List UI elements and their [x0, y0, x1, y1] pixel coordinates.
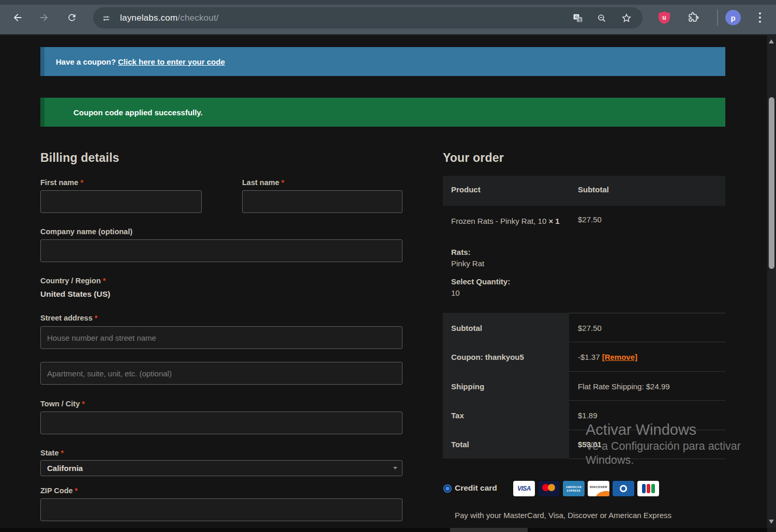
subtotal-column-header: Subtotal	[578, 185, 609, 194]
reload-button[interactable]	[65, 11, 79, 24]
tune-icon	[102, 14, 111, 23]
remove-coupon-link[interactable]: [Remove]	[602, 353, 637, 361]
jcb-card-icon	[637, 481, 659, 496]
credit-card-radio[interactable]	[443, 484, 452, 493]
row-divider	[569, 430, 725, 430]
svg-text:文: 文	[578, 18, 582, 22]
radio-dot	[445, 487, 450, 491]
horizontal-scrollbar-thumb[interactable]	[450, 528, 528, 532]
forward-button[interactable]	[37, 11, 51, 24]
required-asterisk: *	[103, 277, 106, 285]
city-input[interactable]	[40, 412, 402, 434]
company-label: Company name (optional)	[40, 227, 132, 236]
amex-card-icon: AMERICANEXPRESS	[563, 481, 585, 496]
required-asterisk: *	[80, 178, 83, 187]
mastercard-card-icon	[538, 481, 560, 496]
site-info-button[interactable]	[100, 12, 112, 24]
variation-quantity-label: Select Quantity:	[451, 277, 510, 286]
street-address-input[interactable]	[40, 326, 402, 349]
order-title: Your order	[443, 151, 504, 165]
variation-rats-value: Pinky Rat	[451, 259, 484, 268]
window-top-strip	[0, 0, 776, 5]
first-name-label: First name *	[40, 178, 83, 187]
address-bar[interactable]: laynelabs.com/checkout/ G 文	[93, 7, 643, 28]
order-item-price: $27.50	[578, 215, 602, 224]
back-button[interactable]	[11, 11, 24, 24]
toolbar-separator	[717, 9, 718, 26]
coupon-row-label: Coupon: thankyou5	[451, 353, 524, 361]
last-name-input[interactable]	[242, 190, 402, 213]
ublock-letter: u	[662, 14, 666, 21]
order-item-qty: × 1	[548, 217, 559, 225]
required-asterisk: *	[61, 449, 64, 457]
accepted-cards: VISA AMERICANEXPRESS DISCOVER	[513, 481, 659, 496]
url-host: laynelabs.com	[120, 13, 177, 23]
url-text[interactable]: laynelabs.com/checkout/	[120, 13, 219, 23]
city-label: Town / City *	[40, 400, 85, 408]
screenshot-frame: laynelabs.com/checkout/ G 文	[0, 0, 776, 532]
tax-row-value: $1.89	[578, 411, 598, 420]
required-asterisk: *	[95, 314, 98, 322]
chevron-down-icon	[393, 467, 397, 469]
diners-card-icon	[613, 481, 634, 496]
credit-card-label: Credit card	[455, 483, 497, 493]
bookmark-button[interactable]	[621, 12, 632, 24]
country-label: Country / Region *	[40, 277, 106, 285]
required-asterisk: *	[75, 487, 78, 495]
three-dot-menu-icon	[759, 12, 761, 23]
url-path: /checkout/	[177, 13, 219, 23]
street-address2-input[interactable]	[40, 362, 402, 385]
star-icon	[621, 13, 632, 23]
last-name-label: Last name *	[242, 178, 284, 187]
reload-icon	[67, 12, 77, 23]
shipping-row-label: Shipping	[451, 382, 484, 391]
order-table-header: Product Subtotal	[443, 176, 725, 206]
order-item-name: Frozen Rats - Pinky Rat, 10 × 1	[451, 215, 575, 227]
state-selected-value: California	[47, 464, 83, 473]
translate-button[interactable]: G 文	[572, 12, 584, 24]
ublock-shield-icon: u	[659, 11, 670, 24]
scroll-up-arrow-icon[interactable]	[769, 39, 774, 43]
payment-description: Pay with your MasterCard, Visa, Discover…	[455, 511, 671, 520]
billing-title: Billing details	[40, 151, 120, 165]
zoom-button[interactable]	[596, 12, 607, 24]
zip-input[interactable]	[40, 498, 402, 521]
zip-label: ZIP Code *	[40, 487, 78, 495]
discover-card-icon: DISCOVER	[588, 481, 609, 496]
coupon-toggle-link[interactable]: Click here to enter your code	[118, 57, 225, 66]
total-row-value: $53.01	[578, 440, 602, 449]
visa-card-icon: VISA	[513, 481, 535, 496]
coupon-row-value: -$1.37 [Remove]	[578, 353, 637, 361]
extensions-button[interactable]	[686, 10, 700, 25]
scroll-down-arrow-icon[interactable]	[769, 520, 774, 524]
browser-menu-button[interactable]	[753, 10, 767, 25]
checkout-page: Have a coupon? Click here to enter your …	[0, 35, 767, 528]
company-input[interactable]	[40, 239, 402, 262]
puzzle-icon	[688, 12, 699, 23]
row-divider	[569, 342, 725, 342]
vertical-scrollbar-thumb[interactable]	[769, 97, 774, 269]
first-name-input[interactable]	[40, 190, 202, 213]
coupon-prompt-text: Have a coupon?	[56, 57, 118, 66]
row-divider	[569, 400, 725, 401]
vertical-scrollbar[interactable]	[767, 35, 776, 528]
horizontal-scrollbar[interactable]	[0, 528, 767, 532]
coupon-banner: Have a coupon? Click here to enter your …	[40, 47, 725, 76]
row-divider	[569, 459, 725, 459]
variation-quantity-value: 10	[451, 288, 460, 297]
state-select[interactable]: California	[40, 460, 402, 476]
state-label: State *	[40, 449, 64, 457]
country-value: United States (US)	[40, 290, 110, 299]
profile-avatar[interactable]: p	[725, 10, 741, 25]
coupon-success-text: Coupon code applied successfully.	[73, 108, 203, 117]
subtotal-row-label: Subtotal	[451, 324, 482, 332]
ublock-extension-button[interactable]: u	[657, 10, 671, 25]
row-divider	[569, 371, 725, 372]
required-asterisk: *	[281, 178, 285, 187]
avatar-letter: p	[730, 13, 735, 22]
tax-row-label: Tax	[451, 411, 464, 420]
product-column-header: Product	[451, 185, 481, 194]
forward-arrow-icon	[38, 12, 50, 23]
subtotal-row-value: $27.50	[578, 324, 602, 332]
magnifier-minus-icon	[597, 13, 607, 23]
